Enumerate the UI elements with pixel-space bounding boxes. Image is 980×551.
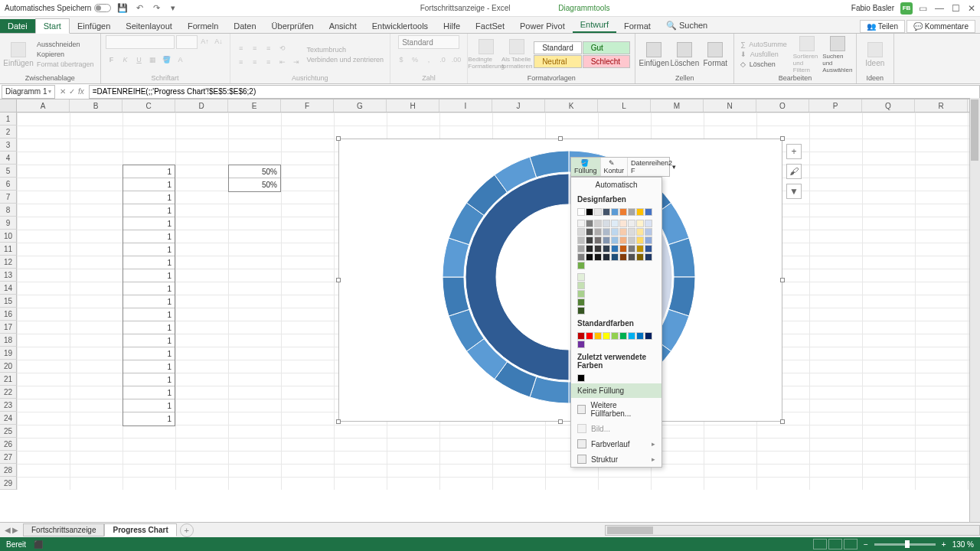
color-swatch[interactable] [577,208,585,216]
gradient-fill-option[interactable]: Farbverlauf▸ [571,436,662,452]
color-swatch[interactable] [636,236,644,244]
cell[interactable]: 50% [229,178,280,191]
texture-fill-option[interactable]: Struktur▸ [571,452,662,467]
toggle-switch[interactable] [94,4,111,12]
cell[interactable]: 1 [123,360,175,373]
color-swatch[interactable] [611,208,619,216]
column-header[interactable]: E [228,99,281,112]
maximize-icon[interactable]: ☐ [952,3,960,14]
tab-einfuegen[interactable]: Einfügen [70,19,118,33]
ideas-button[interactable]: Ideen [861,42,889,67]
font-family-input[interactable] [106,35,175,49]
column-header[interactable]: K [545,99,598,112]
row-header[interactable]: 2 [0,126,17,139]
column-header[interactable]: Q [862,99,915,112]
format-as-table-button[interactable]: Als Tabelle formatieren [503,39,531,70]
color-swatch[interactable] [577,298,585,306]
column-header[interactable]: D [175,99,228,112]
cell[interactable]: 50% [229,165,280,178]
outline-dropdown-button[interactable]: ✎ Kontur [601,158,629,176]
tab-start[interactable]: Start [35,18,70,34]
cell[interactable]: 1 [123,243,175,256]
color-swatch[interactable] [586,332,593,340]
row-header[interactable]: 26 [0,438,17,451]
sheet-nav-next-icon[interactable]: ▶ [12,526,18,534]
color-swatch[interactable] [594,228,602,236]
formula-input[interactable] [89,85,980,99]
cell[interactable]: 1 [123,321,175,334]
color-swatch[interactable] [636,208,644,216]
cell-style-standard[interactable]: Standard [534,41,582,54]
color-swatch[interactable] [645,245,652,253]
format-cells-button[interactable]: Format [701,42,729,67]
row-header[interactable]: 7 [0,191,17,204]
column-header[interactable]: A [17,99,70,112]
share-button[interactable]: 👥 Teilen [860,20,905,33]
color-swatch[interactable] [628,253,635,261]
color-swatch[interactable] [577,332,585,340]
color-swatch[interactable] [577,290,585,298]
vertical-scrollbar[interactable] [969,98,980,522]
select-all-corner[interactable] [0,99,17,112]
color-swatch[interactable] [611,245,619,253]
paste-button[interactable]: Einfügen [5,42,32,67]
column-header[interactable]: N [704,99,756,112]
horizontal-scrollbar[interactable] [605,525,980,536]
row-header[interactable]: 19 [0,347,17,360]
color-swatch[interactable] [577,262,585,269]
minimize-icon[interactable]: — [935,3,944,14]
increase-font-icon[interactable]: A↑ [199,35,211,47]
resize-handle[interactable] [780,278,785,282]
column-header[interactable]: M [651,99,704,112]
cell[interactable]: 1 [123,412,175,425]
color-swatch[interactable] [586,228,593,236]
color-swatch[interactable] [645,236,652,244]
column-header[interactable]: I [439,99,492,112]
tab-suchen[interactable]: 🔍 Suchen [658,18,715,33]
cell[interactable]: 1 [123,269,175,282]
cut-button[interactable]: Ausschneiden [35,40,96,49]
color-swatch[interactable] [586,253,593,261]
color-swatch[interactable] [577,273,585,281]
color-swatch[interactable] [619,253,627,261]
tab-entwurf[interactable]: Entwurf [573,18,616,33]
series-selector[interactable]: Datenreihen2 F▾ [628,159,679,174]
column-header[interactable]: P [809,99,862,112]
ribbon-display-icon[interactable]: ▭ [919,3,927,14]
tab-ueberpruefen[interactable]: Überprüfen [264,19,322,33]
autosum-button[interactable]: ∑ AutoSumme [739,40,789,49]
row-header[interactable]: 29 [0,477,17,490]
cell[interactable]: 1 [123,308,175,321]
sheet-nav-prev-icon[interactable]: ◀ [5,526,11,534]
color-swatch[interactable] [594,208,602,216]
page-layout-view-icon[interactable] [828,539,842,549]
color-swatch[interactable] [636,245,644,253]
color-swatch[interactable] [619,332,627,340]
color-swatch[interactable] [577,253,585,261]
cell[interactable]: 1 [123,165,175,178]
color-swatch[interactable] [603,208,610,216]
color-swatch[interactable] [611,220,619,227]
cells-area[interactable]: 11111111111111111111 50%50% + 🖌 ▼ [17,112,980,490]
tab-formeln[interactable]: Formeln [180,19,226,33]
fill-dropdown-button[interactable]: 🪣 Füllung [571,158,601,176]
cell-style-neutral[interactable]: Neutral [534,55,582,68]
row-header[interactable]: 8 [0,204,17,217]
redo-icon[interactable]: ↷ [151,3,162,14]
color-swatch[interactable] [628,228,635,236]
decrease-font-icon[interactable]: A↓ [213,35,225,47]
color-swatch[interactable] [628,236,635,244]
find-select-button[interactable]: Suchen und Auswählen [824,36,851,73]
cell[interactable]: 1 [123,334,175,347]
color-swatch[interactable] [577,245,585,253]
color-swatch[interactable] [577,307,585,315]
color-swatch[interactable] [577,228,585,236]
tab-file[interactable]: Datei [0,19,35,33]
sheet-tab-progress-chart[interactable]: Progress Chart [104,523,176,536]
color-swatch[interactable] [603,228,610,236]
autosave-toggle[interactable]: Automatisches Speichern [5,4,111,12]
tab-daten[interactable]: Daten [226,19,263,33]
no-fill-option[interactable]: Keine Füllung [571,383,662,398]
column-header[interactable]: J [492,99,545,112]
column-header[interactable]: C [122,99,175,112]
